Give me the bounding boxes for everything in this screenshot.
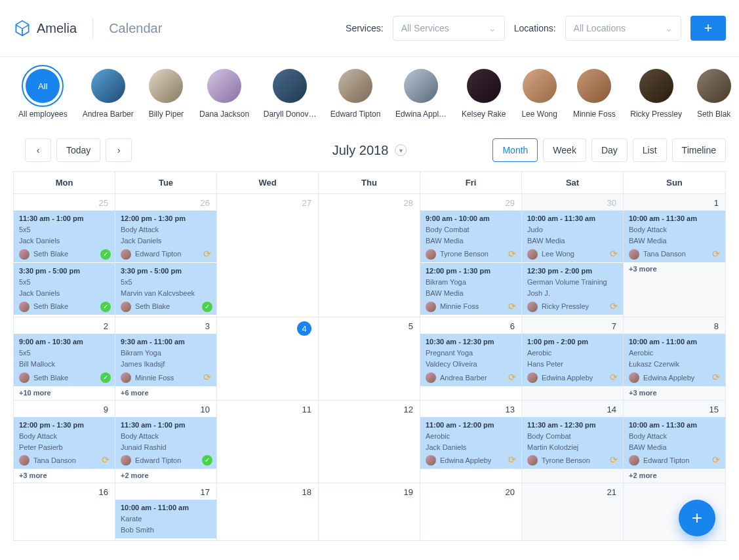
calendar-event[interactable]: 11:30 am - 12:30 pmBody CombatMartin Kol… bbox=[522, 417, 623, 470]
calendar-cell[interactable]: 4 bbox=[217, 317, 319, 400]
date-number: 26 bbox=[115, 194, 216, 210]
view-tab-list[interactable]: List bbox=[633, 138, 667, 162]
attendee-name: Ricky Pressley bbox=[542, 301, 605, 312]
calendar-event[interactable]: 10:00 am - 11:30 amBody AttackBAW MediaE… bbox=[624, 417, 725, 470]
employee-filter-8[interactable]: Lee Wong bbox=[521, 69, 557, 119]
calendar-cell[interactable]: 1510:00 am - 11:30 amBody AttackBAW Medi… bbox=[624, 401, 725, 483]
calendar-event[interactable]: 1:00 pm - 2:00 pmAerobicHans PeterEdwina… bbox=[522, 334, 623, 386]
calendar-cell[interactable]: 12 bbox=[319, 401, 420, 483]
calendar-event[interactable]: 9:00 am - 10:30 am5x5Bill MallockSeth Bl… bbox=[14, 334, 115, 386]
calendar-event[interactable]: 11:30 am - 1:00 pm5x5Jack DanielsSeth Bl… bbox=[14, 210, 115, 263]
calendar-cell[interactable]: 29:00 am - 10:30 am5x5Bill MallockSeth B… bbox=[14, 317, 115, 400]
calendar-event[interactable]: 10:30 am - 12:30 pmPregnant YogaValdecy … bbox=[420, 334, 521, 386]
calendar-cell[interactable]: 610:30 am - 12:30 pmPregnant YogaValdecy… bbox=[420, 317, 522, 400]
event-footer: Andrea Barber⟳ bbox=[426, 370, 517, 384]
add-button[interactable]: + bbox=[690, 16, 726, 41]
more-link[interactable]: +3 more bbox=[624, 263, 725, 275]
more-link[interactable]: +3 more bbox=[624, 387, 725, 399]
calendar-cell[interactable]: 11 bbox=[217, 401, 319, 483]
calendar-cell[interactable]: 1011:30 am - 1:00 pmBody AttackJunaid Ra… bbox=[115, 401, 217, 483]
calendar-cell[interactable]: 28 bbox=[319, 194, 420, 317]
view-tab-day[interactable]: Day bbox=[591, 138, 628, 162]
employee-filter-2[interactable]: Billy Piper bbox=[149, 69, 184, 119]
avatar bbox=[404, 69, 438, 103]
employee-filter-6[interactable]: Edwina Appl… bbox=[396, 69, 446, 119]
calendar-event[interactable]: 9:30 am - 11:00 amBikram YogaJames Ikads… bbox=[115, 334, 216, 386]
calendar-event[interactable]: 11:00 am - 12:00 pmAerobicJack DanielsEd… bbox=[420, 417, 521, 470]
calendar-event[interactable]: 10:00 am - 11:00 amAerobicŁukasz Czerwik… bbox=[624, 334, 725, 386]
calendar-cell[interactable]: 21 bbox=[522, 483, 624, 541]
employee-filter-5[interactable]: Edward Tipton bbox=[330, 69, 380, 119]
calendar-event[interactable]: 3:30 pm - 5:00 pm5x5Jack DanielsSeth Bla… bbox=[14, 263, 115, 315]
brand-logo[interactable]: Amelia bbox=[13, 19, 77, 37]
event-location: BAW Media bbox=[426, 288, 517, 299]
calendar-event[interactable]: 12:00 pm - 1:30 pmBody AttackPeter Pasie… bbox=[14, 417, 115, 470]
view-tab-week[interactable]: Week bbox=[543, 138, 586, 162]
event-time: 9:00 am - 10:00 am bbox=[426, 213, 517, 224]
calendar-cell[interactable]: 5 bbox=[319, 317, 420, 400]
employee-filter-11[interactable]: Seth Blak bbox=[697, 69, 731, 119]
calendar-cell[interactable]: 20 bbox=[420, 483, 522, 541]
calendar-event[interactable]: 9:00 am - 10:00 amBody CombatBAW MediaTy… bbox=[420, 210, 521, 263]
view-tab-month[interactable]: Month bbox=[492, 138, 538, 162]
employee-filter-4[interactable]: Daryll Donov… bbox=[265, 69, 315, 119]
date-number: 10 bbox=[115, 401, 216, 417]
calendar-event[interactable]: 12:00 pm - 1:30 pmBikram YogaBAW MediaMi… bbox=[420, 263, 521, 315]
calendar-event[interactable]: 10:00 am - 11:00 amKarateBob Smith bbox=[115, 500, 216, 539]
locations-select[interactable]: All Locations ⌄ bbox=[565, 16, 681, 41]
calendar-event[interactable]: 11:30 am - 1:00 pmBody AttackJunaid Rash… bbox=[115, 417, 216, 470]
employee-filter-10[interactable]: Ricky Pressley bbox=[631, 69, 681, 119]
divider bbox=[92, 18, 93, 39]
calendar-cell[interactable]: 1311:00 am - 12:00 pmAerobicJack Daniels… bbox=[420, 401, 522, 483]
more-link[interactable]: +3 more bbox=[14, 470, 115, 481]
employee-filter-9[interactable]: Minnie Foss bbox=[573, 69, 616, 119]
employee-filter-1[interactable]: Andrea Barber bbox=[83, 69, 133, 119]
calendar-cell[interactable]: 1411:30 am - 12:30 pmBody CombatMartin K… bbox=[522, 401, 624, 483]
more-link[interactable]: +2 more bbox=[624, 470, 725, 481]
calendar-cell[interactable]: 39:30 am - 11:00 amBikram YogaJames Ikad… bbox=[115, 317, 217, 400]
calendar-cell[interactable]: 810:00 am - 11:00 amAerobicŁukasz Czerwi… bbox=[624, 317, 725, 400]
date-number: 5 bbox=[319, 317, 420, 334]
calendar-cell[interactable]: 16 bbox=[14, 483, 115, 541]
calendar-week: 912:00 pm - 1:30 pmBody AttackPeter Pasi… bbox=[14, 401, 725, 483]
calendar-cell[interactable]: 19 bbox=[319, 483, 420, 541]
more-link[interactable]: +6 more bbox=[115, 387, 216, 399]
calendar-event[interactable]: 3:30 pm - 5:00 pm5x5Marvin van Kalcvsbee… bbox=[115, 263, 216, 315]
calendar-cell[interactable]: 1710:00 am - 11:00 amKarateBob Smith bbox=[115, 483, 217, 541]
prev-button[interactable]: ‹ bbox=[25, 138, 51, 162]
event-service: Aerobic bbox=[426, 431, 517, 442]
services-select[interactable]: All Services ⌄ bbox=[393, 16, 505, 41]
calendar-event[interactable]: 10:00 am - 11:30 amBody AttackBAW MediaT… bbox=[624, 210, 725, 263]
refresh-icon: ⟳ bbox=[507, 372, 517, 383]
calendar-cell[interactable]: 2511:30 am - 1:00 pm5x5Jack DanielsSeth … bbox=[14, 194, 115, 317]
employee-name: Minnie Foss bbox=[573, 110, 616, 119]
calendar-event[interactable]: 12:00 pm - 1:30 pmBody AttackJack Daniel… bbox=[115, 210, 216, 263]
event-time: 3:30 pm - 5:00 pm bbox=[19, 266, 111, 277]
event-service: Judo bbox=[527, 224, 619, 235]
chevron-down-icon: ⌄ bbox=[489, 23, 496, 33]
calendar-cell[interactable]: 912:00 pm - 1:30 pmBody AttackPeter Pasi… bbox=[14, 401, 115, 483]
calendar-cell[interactable]: 299:00 am - 10:00 amBody CombatBAW Media… bbox=[420, 194, 522, 317]
employee-filter-7[interactable]: Kelsey Rake bbox=[462, 69, 506, 119]
view-tab-timeline[interactable]: Timeline bbox=[672, 138, 726, 162]
calendar-cell[interactable]: 2612:00 pm - 1:30 pmBody AttackJack Dani… bbox=[115, 194, 217, 317]
avatar bbox=[426, 302, 436, 312]
fab-add-button[interactable]: + bbox=[679, 500, 715, 536]
next-button[interactable]: › bbox=[106, 138, 132, 162]
employee-filter-all[interactable]: AllAll employees bbox=[18, 69, 68, 119]
more-link[interactable]: +10 more bbox=[14, 387, 115, 399]
header: Amelia Calendar Services: All Services ⌄… bbox=[0, 0, 739, 57]
calendar-cell[interactable]: 110:00 am - 11:30 amBody AttackBAW Media… bbox=[624, 194, 725, 317]
month-selector[interactable]: July 2018 ▾ bbox=[332, 143, 407, 158]
calendar-event[interactable]: 10:00 am - 11:30 amJudoBAW MediaLee Wong… bbox=[522, 210, 623, 263]
more-link[interactable]: +2 more bbox=[115, 470, 216, 481]
today-button[interactable]: Today bbox=[56, 138, 100, 162]
event-service: 5x5 bbox=[19, 277, 111, 288]
calendar-cell[interactable]: 71:00 pm - 2:00 pmAerobicHans PeterEdwin… bbox=[522, 317, 624, 400]
brand-icon bbox=[13, 19, 31, 37]
calendar-cell[interactable]: 3010:00 am - 11:30 amJudoBAW MediaLee Wo… bbox=[522, 194, 624, 317]
calendar-event[interactable]: 12:30 pm - 2:00 pmGerman Volume Training… bbox=[522, 263, 623, 315]
calendar-cell[interactable]: 18 bbox=[217, 483, 319, 541]
calendar-cell[interactable]: 27 bbox=[217, 194, 319, 317]
employee-filter-3[interactable]: Dana Jackson bbox=[199, 69, 249, 119]
